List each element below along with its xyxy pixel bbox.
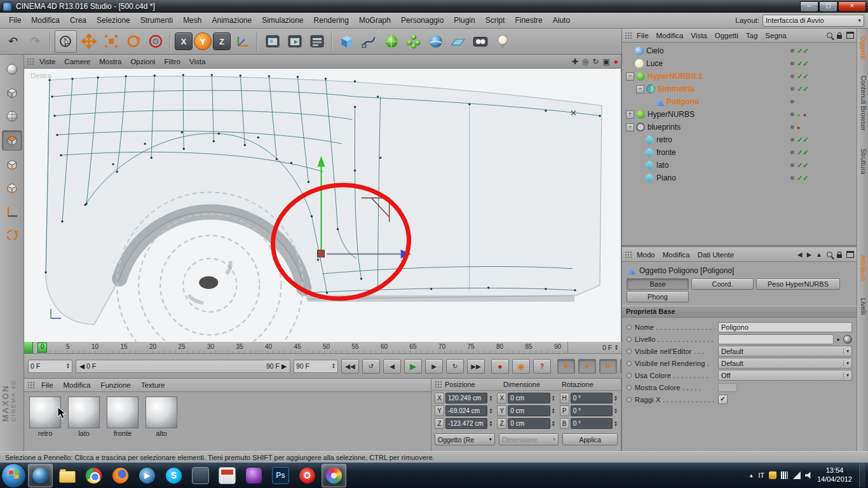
visibility-dot[interactable] [790, 74, 794, 78]
material-preview-sphere[interactable] [107, 396, 139, 428]
expander-icon[interactable] [626, 111, 634, 119]
object-name[interactable]: lato [656, 161, 668, 170]
range-start[interactable]: ◀ 0 F [79, 362, 96, 370]
position-x-input[interactable]: 120.249 cm [445, 393, 487, 403]
language-indicator[interactable]: IT [758, 471, 764, 479]
viewport-canvas[interactable]: Destra [24, 69, 621, 342]
object-row[interactable]: blueprints [622, 121, 857, 133]
taskbar-windows-explorer[interactable] [55, 464, 79, 487]
expander-icon[interactable] [636, 137, 643, 144]
key-scale-toggle[interactable]: ■ [578, 359, 596, 374]
activity-icon[interactable] [781, 471, 789, 479]
position-y-input[interactable]: -69.024 cm [445, 405, 487, 416]
visibility-dot[interactable] [790, 100, 794, 104]
current-frame-input[interactable]: 0 F ▲▼ [28, 360, 72, 373]
spinner[interactable]: ▲▼ [614, 408, 618, 414]
hidden-icons-arrow[interactable]: ▲ [749, 473, 754, 478]
rotate-view-icon[interactable]: ↻ [592, 57, 599, 66]
timeline-handle[interactable] [24, 342, 33, 353]
parent-icon[interactable]: ▲ [816, 251, 822, 258]
add-spline-button[interactable] [358, 31, 379, 52]
material-menu-item[interactable]: Modifica [58, 379, 96, 391]
dimension-x-input[interactable]: 0 cm [508, 393, 550, 403]
add-mograph-button[interactable] [403, 31, 424, 52]
spinner[interactable]: ▲▼ [552, 395, 555, 402]
object-menu-item[interactable]: File [633, 30, 653, 41]
tab-attributi[interactable]: Attributi [857, 252, 868, 283]
panel-icon[interactable] [846, 32, 854, 39]
end-frame-spinner[interactable]: ▲▼ [332, 363, 336, 369]
object-row[interactable]: Piano [622, 172, 857, 184]
keyframe-selection-button[interactable]: ? [533, 359, 551, 374]
scale-tool[interactable] [100, 31, 121, 52]
expander-icon[interactable] [626, 60, 633, 67]
autokey-button[interactable]: ◉ [512, 359, 530, 374]
add-floor-button[interactable] [447, 31, 468, 52]
object-menu-item[interactable]: Tag [742, 30, 762, 41]
menu-item[interactable]: Plugin [449, 14, 480, 27]
expander-icon[interactable] [626, 123, 634, 132]
attribute-menu-item[interactable]: Modifica [659, 250, 694, 260]
rotation-p-input[interactable]: 0 ° [571, 405, 613, 416]
object-name[interactable]: fronte [656, 148, 676, 157]
object-row[interactable]: HyperNURBS [622, 108, 857, 121]
state-marks[interactable] [797, 161, 813, 170]
state-marks[interactable] [797, 85, 813, 93]
object-name[interactable]: Simmetria [658, 85, 695, 93]
layout-select[interactable]: Interfaccia di Avvio [763, 15, 864, 27]
object-menu-item[interactable]: Vista [687, 30, 710, 41]
axis-x-button[interactable]: X [175, 32, 193, 50]
axis-z-button[interactable]: Z [213, 32, 231, 50]
spinner[interactable]: ▲▼ [489, 395, 492, 402]
clock[interactable]: 13:54 14/04/2012 [817, 466, 852, 484]
taskbar-google-chrome[interactable] [81, 464, 106, 487]
spinner[interactable]: ▲▼ [489, 408, 492, 414]
menu-item[interactable]: Mesh [178, 14, 207, 27]
taskbar-opera[interactable]: O [295, 464, 320, 487]
state-marks[interactable] [797, 149, 813, 157]
raggi-x-checkbox[interactable]: ✓ [718, 395, 728, 404]
polygon-mode-button[interactable] [2, 130, 22, 151]
menu-item[interactable]: Script [480, 14, 510, 27]
previous-key-button[interactable]: ↺ [362, 359, 380, 374]
nome-input[interactable]: Poligono [718, 322, 852, 332]
material-item[interactable]: alto [145, 396, 178, 437]
object-menu-item[interactable]: Oggetti [711, 30, 742, 41]
object-row[interactable]: lato [622, 159, 857, 172]
viewport-menu-item[interactable]: Filtro [159, 57, 185, 67]
add-sky-button[interactable] [425, 31, 446, 52]
expander-icon[interactable] [626, 48, 633, 55]
close-button[interactable]: ✕ [838, 1, 866, 12]
taskbar-browser-active[interactable] [28, 464, 53, 487]
object-name[interactable]: Luce [646, 59, 663, 68]
object-row[interactable]: Simmetria [622, 83, 857, 95]
spinner[interactable]: ▲▼ [614, 421, 618, 427]
object-menu-item[interactable]: Segna [761, 30, 790, 41]
param-dot[interactable] [627, 361, 632, 366]
timeline-track[interactable]: 051015202530354045505560657075808590 [33, 342, 567, 353]
object-row[interactable]: fronte [622, 146, 857, 159]
taskbar-paint-active[interactable] [322, 464, 346, 487]
attribute-menu-item[interactable]: Modo [633, 250, 659, 260]
expander-icon[interactable] [636, 149, 643, 156]
viewport-record-dot[interactable]: ● [614, 57, 618, 66]
show-desktop-button[interactable] [859, 463, 865, 487]
key-position-toggle[interactable]: ✚ [557, 359, 575, 374]
action-center-icon[interactable] [769, 471, 776, 479]
previous-frame-button[interactable]: ◀ [383, 359, 401, 374]
volume-icon[interactable] [805, 471, 813, 479]
material-menu-item[interactable]: Texture [136, 379, 170, 391]
state-marks[interactable] [797, 47, 813, 55]
object-name[interactable]: retro [656, 135, 672, 144]
visibile-editor-select[interactable]: Default [718, 346, 852, 356]
material-preview-sphere[interactable] [68, 396, 100, 428]
menu-item[interactable]: Personaggio [396, 14, 449, 27]
state-marks[interactable] [797, 72, 813, 81]
panel-grip-icon[interactable] [435, 381, 442, 388]
object-menu-item[interactable]: Modifica [653, 30, 688, 41]
spinner[interactable]: ▲▼ [552, 421, 555, 427]
edge-mode-button[interactable] [3, 155, 22, 174]
coordinate-system-button[interactable] [232, 31, 253, 52]
goto-end-button[interactable]: ▶▶ [467, 359, 485, 374]
viewport-menu-item[interactable]: Vista [185, 57, 210, 67]
